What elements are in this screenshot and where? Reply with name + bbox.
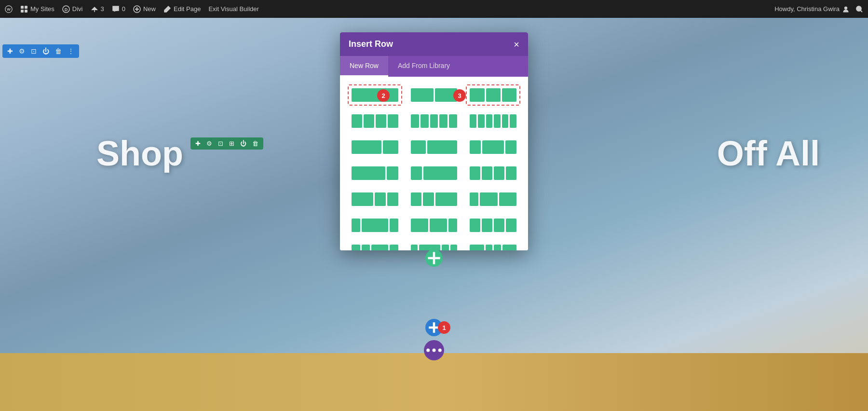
badge-2: 2 (377, 89, 390, 102)
layout-5col[interactable] (407, 110, 461, 132)
new-menu[interactable]: New (133, 5, 156, 13)
layout-6col[interactable] (466, 110, 520, 132)
col (423, 192, 434, 206)
layout-1-1-2[interactable] (407, 189, 461, 210)
layout-1-1-big-1[interactable] (348, 241, 402, 250)
svg-rect-4 (21, 10, 24, 13)
modal-title: Insert Row (349, 39, 393, 49)
col (499, 192, 516, 206)
col (502, 245, 516, 250)
col (505, 140, 516, 154)
modal-header: Insert Row × (340, 32, 528, 56)
col (352, 114, 362, 128)
col (388, 114, 398, 128)
col (494, 114, 501, 128)
layout-1-1-1-1b[interactable] (466, 163, 520, 184)
layout-1-2[interactable] (407, 137, 461, 158)
layout-3-1[interactable] (348, 163, 402, 184)
badge-1: 1 (438, 321, 450, 334)
col (482, 140, 504, 154)
updates-menu[interactable]: 3 (91, 5, 104, 13)
col (420, 114, 429, 128)
add-row-button[interactable] (425, 249, 443, 267)
svg-point-12 (844, 6, 847, 9)
col (439, 114, 448, 128)
col (494, 166, 504, 180)
col (383, 140, 398, 154)
layout-1-1-1-1c[interactable] (466, 215, 520, 236)
col (390, 245, 398, 250)
col (486, 245, 493, 250)
col (430, 114, 438, 128)
svg-line-14 (861, 10, 863, 12)
modal-overlay: 2 3 Insert Row × New Row Add From Librar… (0, 18, 868, 411)
col (352, 88, 398, 102)
col (375, 192, 386, 206)
col (470, 140, 481, 154)
layout-1-2-2[interactable] (466, 189, 520, 210)
col (371, 245, 388, 250)
col (450, 245, 458, 250)
svg-rect-2 (21, 6, 24, 9)
col (411, 219, 428, 232)
layout-2-1-1[interactable] (348, 189, 402, 210)
divi-menu[interactable]: D Divi (62, 5, 83, 13)
col (502, 88, 516, 102)
layout-1-1-big-2[interactable] (466, 241, 520, 250)
layout-4col[interactable] (348, 110, 402, 132)
col (506, 166, 516, 180)
col (449, 114, 457, 128)
svg-rect-3 (25, 6, 27, 9)
layout-1-3[interactable] (407, 163, 461, 184)
layout-1col[interactable] (348, 84, 402, 106)
col (435, 192, 457, 206)
col (390, 219, 398, 232)
user-greeting[interactable]: Howdy, Christina Gwira (774, 5, 850, 13)
comments-menu[interactable]: 0 (112, 5, 125, 13)
layout-1-3-1[interactable] (348, 215, 402, 236)
col (494, 245, 501, 250)
layout-2-2-1[interactable] (407, 215, 461, 236)
exit-builder-btn[interactable]: Exit Visual Builder (208, 5, 259, 13)
col (362, 219, 388, 232)
modal-close-button[interactable]: × (514, 40, 519, 49)
search-btn[interactable] (855, 5, 863, 13)
col (411, 192, 422, 206)
col (486, 88, 501, 102)
col (510, 114, 516, 128)
col (352, 192, 373, 206)
insert-row-modal: Insert Row × New Row Add From Library (340, 32, 528, 250)
col (448, 219, 457, 232)
admin-bar-right: Howdy, Christina Gwira (774, 5, 863, 13)
col (478, 114, 485, 128)
layout-3col[interactable] (466, 84, 520, 106)
col (470, 245, 484, 250)
layout-1-2-1[interactable] (466, 137, 520, 158)
modal-tabs: New Row Add From Library (340, 56, 528, 77)
col (470, 219, 480, 232)
svg-text:W: W (7, 7, 11, 12)
col (411, 140, 426, 154)
col (494, 219, 504, 232)
col (387, 192, 398, 206)
col (486, 114, 493, 128)
col (411, 114, 419, 128)
col (411, 166, 422, 180)
tab-new-row[interactable]: New Row (340, 56, 388, 77)
svg-text:D: D (65, 7, 68, 12)
col (362, 245, 370, 250)
layout-2-1[interactable] (348, 137, 402, 158)
tab-add-from-library[interactable]: Add From Library (388, 56, 460, 77)
col (411, 245, 418, 250)
col (427, 140, 457, 154)
wp-logo[interactable]: W (5, 5, 13, 13)
col (470, 114, 476, 128)
my-sites-menu[interactable]: My Sites (20, 5, 54, 13)
col (352, 166, 385, 180)
col (352, 140, 381, 154)
layout-2-big-2-1[interactable] (407, 241, 461, 250)
layouts-grid (348, 84, 520, 250)
svg-rect-5 (25, 10, 27, 13)
col (442, 245, 449, 250)
edit-page-btn[interactable]: Edit Page (163, 5, 201, 13)
